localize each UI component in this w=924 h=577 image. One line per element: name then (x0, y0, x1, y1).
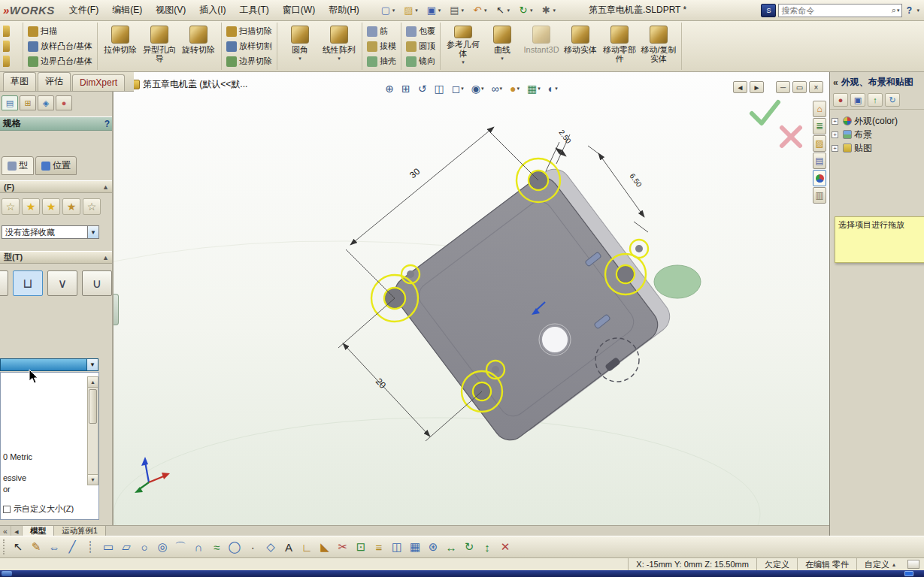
menu-edit[interactable]: 编辑(E) (105, 2, 149, 19)
centerline-tool[interactable]: ┊ (81, 538, 99, 556)
tree-decals[interactable]: + 贴图 (832, 141, 922, 155)
menubar-overflow-icon[interactable]: ▾ (916, 8, 919, 14)
smart-dimension-tool[interactable]: ⇔ (45, 538, 63, 556)
move-body-button[interactable]: 移动实体▾ (561, 23, 600, 69)
curves-button[interactable]: 曲线▾ (483, 23, 522, 69)
collapse-chevron-icon[interactable]: ▲ (102, 254, 109, 261)
options-list[interactable]: ▲ ▼ 0 Metric essive or 示自定义大小(Z) (0, 372, 99, 520)
list-item[interactable]: essive (3, 473, 26, 482)
draft-button[interactable]: 拔模 (364, 39, 399, 53)
list-item[interactable]: 0 Metric (3, 452, 32, 461)
perimeter-circle-tool[interactable]: ◎ (153, 538, 171, 556)
polygon-tool[interactable]: ◇ (262, 538, 280, 556)
tree-scenes[interactable]: + 布景 (832, 128, 922, 141)
tab-sketch[interactable]: 草图 (3, 72, 36, 91)
hide-show-items-icon[interactable]: ∞ ▾ (489, 81, 506, 96)
menu-file[interactable]: 文件(F) (62, 2, 105, 19)
corner-rectangle-tool[interactable]: ▭ (99, 538, 117, 556)
extruded-cut-button[interactable]: 拉伸切除▾ (101, 23, 140, 69)
help-icon[interactable]: ? (902, 5, 916, 16)
lofted-boss-button[interactable]: 放样凸台/基体 (25, 39, 95, 53)
toolbar-grip[interactable] (3, 539, 6, 554)
small-hole[interactable] (492, 366, 499, 373)
save-icon[interactable]: ▣ ▾ (423, 3, 444, 17)
select-tool[interactable]: ↖ (9, 538, 27, 556)
tab-scroll-icon[interactable]: ◂ (11, 526, 23, 536)
circle-tool[interactable]: ○ (135, 538, 153, 556)
show-custom-sizing-checkbox[interactable]: 示自定义大小(Z) (3, 503, 74, 515)
scale-entities-tool[interactable]: ↕ (478, 538, 496, 556)
custom-toolbar-menu[interactable]: 自定义▴ (856, 558, 903, 570)
linear-pattern-button[interactable]: 线性阵列▾ (320, 23, 359, 69)
boundary-boss-button[interactable]: 边界凸台/基体 (25, 54, 95, 68)
hole-wizard-button[interactable]: 异型孔向导▾ (140, 23, 179, 69)
collapse-task-pane-icon[interactable]: « (833, 77, 838, 88)
view-settings-icon[interactable]: ◐ ▾ (545, 81, 561, 96)
tree-appearances[interactable]: + 外观(color) (832, 114, 922, 128)
custom-properties-tab[interactable]: ▥ (813, 187, 826, 204)
list-scrollbar[interactable]: ▲ ▼ (87, 376, 98, 485)
command-search[interactable]: ⌕ ▾ (778, 4, 902, 17)
save-style-icon[interactable]: ▣ (850, 93, 865, 107)
search-dropdown-icon[interactable]: ▾ (897, 8, 900, 14)
favorites-dropdown[interactable]: 没有选择收藏 ▼ (2, 225, 99, 239)
menu-tools[interactable]: 工具(T) (233, 2, 276, 19)
sketch-tool[interactable]: ✎ (27, 538, 45, 556)
file-explorer-tab[interactable]: ▨ (813, 135, 826, 152)
rebuild-icon[interactable]: ↻ ▾ (514, 3, 536, 17)
appearance-ball-icon[interactable]: ● (833, 93, 848, 107)
design-library-tab[interactable]: ≣ (813, 118, 826, 134)
add-favorite-button[interactable]: ★ (22, 198, 40, 215)
sketch-chamfer-tool[interactable]: ◣ (316, 538, 334, 556)
undo-icon[interactable]: ↶ ▾ (468, 3, 490, 17)
menu-view[interactable]: 视图(V) (149, 2, 192, 19)
scroll-left-icon[interactable]: ◄ (733, 81, 747, 93)
tree-expander-icon[interactable]: + (832, 118, 838, 125)
rotate-entities-tool[interactable]: ↻ (460, 538, 478, 556)
reference-geometry-button[interactable]: 参考几何体▾ (444, 23, 483, 69)
select-icon[interactable]: ↖ ▾ (491, 3, 513, 17)
minimize-icon[interactable]: ─ (776, 81, 790, 93)
tab-scroll-left-icon[interactable]: « (0, 526, 11, 536)
tree-expander-icon[interactable]: + (832, 131, 838, 138)
graphics-area[interactable]: 30 20 2.50 6.50 + 第五章电机盖 (默认<<默... (113, 72, 829, 536)
scroll-down-icon[interactable]: ▼ (88, 474, 98, 485)
shell-button[interactable]: 抽壳 (364, 54, 399, 68)
up-folder-icon[interactable]: ↑ (868, 93, 883, 107)
display-style-icon[interactable]: ◉ ▾ (468, 81, 487, 96)
edit-appearance-icon[interactable]: ● ▾ (507, 81, 523, 96)
ellipse-tool[interactable]: ◯ (226, 538, 244, 556)
circular-sketch-pattern-tool[interactable]: ⊛ (424, 538, 442, 556)
point-tool[interactable]: ∙ (244, 538, 262, 556)
checkbox-icon[interactable] (3, 506, 11, 513)
new-document-icon[interactable]: ▢ ▾ (377, 3, 398, 17)
refresh-icon[interactable]: ↻ (885, 93, 900, 107)
zoom-to-fit-icon[interactable]: ⊕ ▾ (382, 81, 397, 96)
parallelogram-tool[interactable]: ▱ (117, 538, 135, 556)
wrap-button[interactable]: 包覆 (403, 24, 438, 38)
rib-button[interactable]: 筋 (364, 24, 399, 38)
tree-expander-icon[interactable]: + (832, 145, 838, 152)
boundary-cut-button[interactable]: 边界切除 (223, 54, 275, 68)
displaymanager-tab[interactable]: ● (56, 95, 72, 110)
lofted-cut-button[interactable]: 放样切割 (223, 39, 275, 53)
scroll-right-icon[interactable]: ► (750, 81, 764, 93)
line-tool[interactable]: ╱ (63, 538, 81, 556)
scroll-up-icon[interactable]: ▲ (88, 377, 98, 388)
tangent-arc-tool[interactable]: ∩ (189, 538, 208, 556)
favorites-section-header[interactable]: (F)▲ (0, 180, 113, 193)
scroll-thumb[interactable] (89, 389, 97, 424)
view-palette-tab[interactable]: ▤ (813, 153, 826, 169)
appearances-scenes-tab[interactable] (813, 170, 826, 186)
center-hole[interactable] (541, 326, 568, 353)
feature-tree-flyout[interactable]: + 第五章电机盖 (默认<<默... (121, 78, 247, 91)
tab-dimxpert[interactable]: DimXpert (72, 74, 125, 91)
instant3d-button[interactable]: Instant3D▾ (522, 23, 561, 69)
standard-dropdown[interactable]: ▼ (0, 358, 98, 371)
mirror-feature-button[interactable]: 镜向 (403, 54, 438, 68)
delete-favorite-button[interactable]: ★ (62, 198, 80, 215)
tab-model[interactable]: 模型 (23, 526, 54, 536)
options-icon[interactable]: ✱ ▾ (537, 3, 559, 17)
move-copy-body-button[interactable]: 移动/复制实体▾ (639, 23, 678, 69)
apply-defaults-favorite-button[interactable]: ☆ (2, 198, 20, 215)
